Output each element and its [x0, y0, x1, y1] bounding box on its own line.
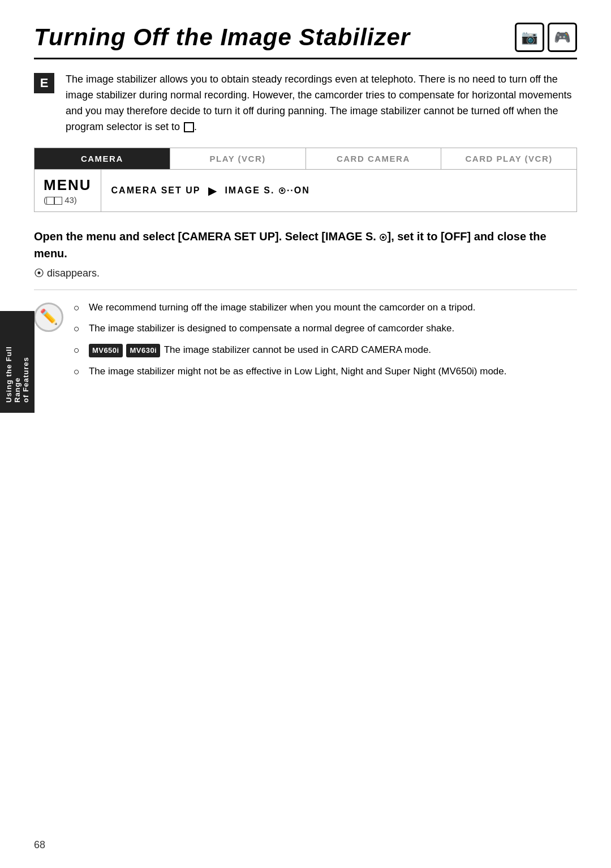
- tab-card-camera[interactable]: CARD CAMERA: [306, 148, 442, 169]
- note-item-card-camera: MV650i MV630i The image stabilizer canno…: [74, 343, 577, 359]
- section-divider: [34, 290, 577, 290]
- title-row: Turning Off the Image Stabilizer 📷 🎮: [34, 23, 577, 59]
- side-tab: Using the Full Rangeof Features: [0, 311, 35, 413]
- mv630i-badge: MV630i: [126, 344, 160, 357]
- menu-path-camera-setup: CAMERA SET UP: [111, 185, 201, 196]
- note-text-lowlight: The image stabilizer might not be as eff…: [89, 364, 507, 379]
- box-symbol2: [54, 197, 62, 205]
- camera-icon: 📷: [515, 23, 544, 52]
- tab-camera[interactable]: CAMERA: [35, 148, 170, 169]
- intro-row: E The image stabilizer allows you to obt…: [34, 72, 577, 135]
- selector-symbol: [184, 122, 194, 132]
- vibration-icon: ⦿: [34, 267, 44, 279]
- title-icons: 📷 🎮: [515, 23, 577, 52]
- mode-tabs: CAMERA PLAY (VCR) CARD CAMERA CARD PLAY …: [34, 148, 577, 170]
- menu-path: CAMERA SET UP ▶ IMAGE S. ⦿··ON: [101, 170, 576, 211]
- page-number: 68: [34, 839, 45, 851]
- note-text-shake: The image stabilizer is designed to comp…: [89, 321, 454, 336]
- disappears-text: ⦿ disappears.: [34, 267, 577, 279]
- menu-label-cell: MENU ( 43): [35, 170, 101, 211]
- main-heading: Open the menu and select [CAMERA SET UP]…: [34, 228, 577, 262]
- tab-card-play-vcr[interactable]: CARD PLAY (VCR): [441, 148, 576, 169]
- mv650i-badge: MV650i: [89, 344, 123, 357]
- box-symbol1: [46, 197, 54, 205]
- note-item-tripod: We recommend turning off the image stabi…: [74, 300, 577, 316]
- menu-ref: ( 43): [44, 195, 77, 205]
- page-container: Using the Full Rangeof Features Turning …: [0, 0, 611, 868]
- note-item-lowlight: The image stabilizer might not be as eff…: [74, 364, 577, 380]
- menu-arrow-icon: ▶: [208, 184, 217, 197]
- device-icon: 🎮: [548, 23, 577, 52]
- notes-list: We recommend turning off the image stabi…: [74, 300, 577, 386]
- menu-path-image-s: IMAGE S. ⦿··ON: [225, 185, 309, 196]
- e-badge: E: [34, 73, 54, 93]
- note-text-card-camera: MV650i MV630i The image stabilizer canno…: [89, 343, 431, 357]
- notes-section: ✏️ We recommend turning off the image st…: [34, 300, 577, 386]
- menu-row: MENU ( 43) CAMERA SET UP ▶ IMAGE S. ⦿··O…: [34, 170, 577, 212]
- notes-pencil-icon: ✏️: [34, 303, 63, 332]
- note-item-shake: The image stabilizer is designed to comp…: [74, 321, 577, 337]
- note-text-tripod: We recommend turning off the image stabi…: [89, 300, 476, 315]
- intro-text: The image stabilizer allows you to obtai…: [66, 72, 577, 135]
- page-title: Turning Off the Image Stabilizer: [34, 24, 410, 51]
- menu-word: MENU: [44, 176, 92, 194]
- tab-play-vcr[interactable]: PLAY (VCR): [170, 148, 306, 169]
